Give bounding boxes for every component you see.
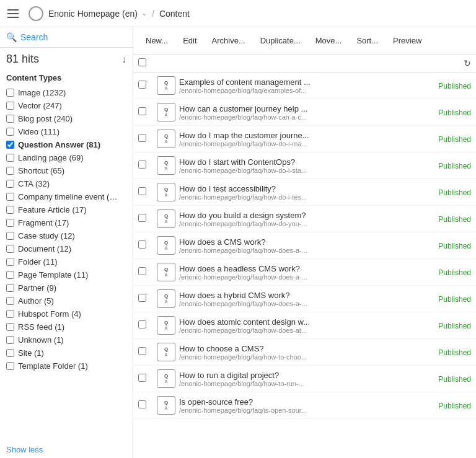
table-row[interactable]: QAIs open-source free?/enonic-homepage/b… <box>133 392 476 419</box>
filter-item[interactable]: Question Answer (81) <box>0 138 133 151</box>
filter-item[interactable]: Blog post (240) <box>0 112 133 125</box>
filter-item[interactable]: Hubspot Form (4) <box>0 307 133 320</box>
filter-checkbox[interactable] <box>6 232 14 240</box>
filter-item[interactable]: Case study (12) <box>0 229 133 242</box>
filter-label: Image (1232) <box>18 88 66 97</box>
table-row[interactable]: QAHow does a headless CMS work?/enonic-h… <box>133 259 476 286</box>
filter-checkbox[interactable] <box>6 193 14 201</box>
filter-checkbox[interactable] <box>6 206 14 214</box>
row-check-col <box>138 214 157 224</box>
filter-checkbox[interactable] <box>6 284 14 292</box>
table-row[interactable]: QAHow does a CMS work?/enonic-homepage/b… <box>133 232 476 259</box>
toolbar-btn-archive[interactable]: Archive... <box>205 32 253 49</box>
filter-checkbox[interactable] <box>6 141 14 149</box>
select-all-checkbox[interactable] <box>138 58 146 66</box>
filter-checkbox[interactable] <box>6 154 14 162</box>
row-checkbox[interactable] <box>138 134 146 142</box>
toolbar-btn-duplicate[interactable]: Duplicate... <box>253 32 308 49</box>
filter-item[interactable]: Template Folder (1) <box>0 359 133 372</box>
table-row[interactable]: QAHow do I map the customer journe.../en… <box>133 126 476 152</box>
filter-checkbox[interactable] <box>6 336 14 344</box>
filter-item[interactable]: Unknown (1) <box>0 333 133 346</box>
content-info: How do I map the customer journe.../enon… <box>179 131 421 148</box>
row-checkbox[interactable] <box>138 347 146 355</box>
content-path: /enonic-homepage/blog/faq/how-does-a-... <box>179 273 421 281</box>
table-row[interactable]: QAHow to choose a CMS?/enonic-homepage/b… <box>133 339 476 366</box>
filter-item[interactable]: Author (5) <box>0 294 133 307</box>
filter-label: Video (111) <box>18 127 60 136</box>
filter-item[interactable]: Feature Article (17) <box>0 203 133 216</box>
toolbar-btn-move[interactable]: Move... <box>308 32 350 49</box>
filter-checkbox[interactable] <box>6 349 14 357</box>
filter-label: Document (12) <box>18 244 71 253</box>
row-checkbox[interactable] <box>138 240 146 249</box>
row-checkbox[interactable] <box>138 187 146 195</box>
filter-item[interactable]: Folder (11) <box>0 255 133 268</box>
row-checkbox[interactable] <box>138 294 146 302</box>
filter-checkbox[interactable] <box>6 323 14 331</box>
filter-label: Company timeline event (… <box>18 192 117 201</box>
status-col: Published <box>421 374 471 384</box>
row-checkbox[interactable] <box>138 267 146 275</box>
toolbar-btn-new[interactable]: New... <box>138 32 175 49</box>
row-checkbox[interactable] <box>138 214 146 222</box>
filter-checkbox[interactable] <box>6 258 14 266</box>
filter-checkbox[interactable] <box>6 362 14 370</box>
filter-item[interactable]: Shortcut (65) <box>0 164 133 177</box>
filter-item[interactable]: Landing page (69) <box>0 151 133 164</box>
row-checkbox[interactable] <box>138 400 146 408</box>
filter-item[interactable]: Partner (9) <box>0 281 133 294</box>
filter-checkbox[interactable] <box>6 297 14 305</box>
table-header: ↻ <box>133 55 476 73</box>
filter-item[interactable]: CTA (32) <box>0 177 133 190</box>
filter-item[interactable]: RSS feed (1) <box>0 320 133 333</box>
filter-item[interactable]: Document (12) <box>0 242 133 255</box>
table-row[interactable]: QAHow does atomic content design w.../en… <box>133 312 476 339</box>
filter-item[interactable]: Fragment (17) <box>0 216 133 229</box>
filter-item[interactable]: Vector (247) <box>0 99 133 112</box>
row-checkbox[interactable] <box>138 320 146 328</box>
toolbar-btn-edit[interactable]: Edit <box>175 32 204 49</box>
filter-checkbox[interactable] <box>6 167 14 175</box>
content-type-icon-col: QA <box>157 369 179 388</box>
qa-icon: QA <box>157 289 175 308</box>
row-checkbox[interactable] <box>138 81 146 89</box>
hamburger-menu-icon[interactable] <box>7 6 22 21</box>
row-checkbox[interactable] <box>138 374 146 382</box>
table-row[interactable]: QAHow do I start with ContentOps?/enonic… <box>133 152 476 179</box>
filter-item[interactable]: Company timeline event (… <box>0 190 133 203</box>
row-checkbox[interactable] <box>138 107 146 115</box>
status-col: Published <box>421 81 471 90</box>
filter-label: Template Folder (1) <box>18 361 88 371</box>
expand-icon[interactable]: ⌄ <box>141 9 147 17</box>
filter-item[interactable]: Video (111) <box>0 125 133 138</box>
table-row[interactable]: QAHow can a customer journey help .../en… <box>133 99 476 126</box>
table-row[interactable]: QAHow do I test accessibility?/enonic-ho… <box>133 179 476 206</box>
row-checkbox[interactable] <box>138 161 146 169</box>
filter-checkbox[interactable] <box>6 115 14 123</box>
show-less-link[interactable]: Show less <box>6 445 43 454</box>
toolbar: New...EditArchive...Duplicate...Move...S… <box>133 27 476 55</box>
download-icon[interactable]: ↓ <box>121 54 126 65</box>
filter-checkbox[interactable] <box>6 180 14 188</box>
refresh-icon[interactable]: ↻ <box>464 58 471 68</box>
filter-item[interactable]: Site (1) <box>0 346 133 359</box>
toolbar-btn-preview[interactable]: Preview <box>386 32 429 49</box>
table-row[interactable]: QAHow does a hybrid CMS work?/enonic-hom… <box>133 286 476 312</box>
filter-checkbox[interactable] <box>6 219 14 227</box>
search-input[interactable] <box>20 32 129 42</box>
filter-checkbox[interactable] <box>6 245 14 253</box>
filter-item[interactable]: Image (1232) <box>0 86 133 99</box>
filter-checkbox[interactable] <box>6 89 14 97</box>
content-type-icon-col: QA <box>157 396 179 415</box>
toolbar-btn-sort[interactable]: Sort... <box>349 32 386 49</box>
filter-checkbox[interactable] <box>6 128 14 136</box>
table-row[interactable]: QAHow to run a digital project?/enonic-h… <box>133 366 476 392</box>
filter-checkbox[interactable] <box>6 310 14 318</box>
content-info: How does a headless CMS work?/enonic-hom… <box>179 264 421 281</box>
filter-checkbox[interactable] <box>6 271 14 279</box>
filter-checkbox[interactable] <box>6 102 14 110</box>
table-row[interactable]: QAHow do you build a design system?/enon… <box>133 206 476 232</box>
filter-item[interactable]: Page Template (11) <box>0 268 133 281</box>
table-row[interactable]: QAExamples of content management .../eno… <box>133 73 476 99</box>
